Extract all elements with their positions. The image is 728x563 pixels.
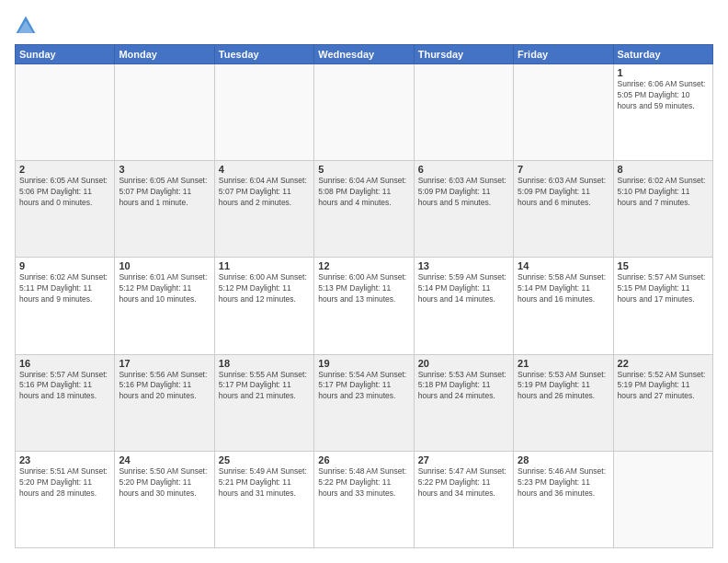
- calendar-cell: 6Sunrise: 6:03 AM Sunset: 5:09 PM Daylig…: [414, 161, 513, 258]
- day-info: Sunrise: 5:52 AM Sunset: 5:19 PM Dayligh…: [618, 370, 709, 403]
- calendar-cell: 15Sunrise: 5:57 AM Sunset: 5:15 PM Dayli…: [613, 258, 712, 354]
- day-number: 3: [119, 164, 210, 175]
- day-info: Sunrise: 6:03 AM Sunset: 5:09 PM Dayligh…: [518, 176, 609, 209]
- day-number: 24: [119, 454, 210, 465]
- calendar-cell: 18Sunrise: 5:55 AM Sunset: 5:17 PM Dayli…: [214, 354, 313, 451]
- weekday-header-thursday: Thursday: [414, 45, 513, 64]
- calendar-body: 1Sunrise: 6:06 AM Sunset: 5:05 PM Daylig…: [16, 64, 713, 548]
- day-info: Sunrise: 5:49 AM Sunset: 5:21 PM Dayligh…: [219, 466, 310, 500]
- calendar-week-row: 9Sunrise: 6:02 AM Sunset: 5:11 PM Daylig…: [16, 258, 713, 354]
- calendar-cell: 4Sunrise: 6:04 AM Sunset: 5:07 PM Daylig…: [214, 161, 313, 258]
- calendar-cell: 9Sunrise: 6:02 AM Sunset: 5:11 PM Daylig…: [16, 258, 115, 354]
- calendar-cell: 10Sunrise: 6:01 AM Sunset: 5:12 PM Dayli…: [115, 258, 214, 354]
- calendar-cell: [314, 64, 414, 161]
- calendar-cell: 21Sunrise: 5:53 AM Sunset: 5:19 PM Dayli…: [514, 354, 613, 451]
- logo: [15, 15, 40, 37]
- weekday-header-wednesday: Wednesday: [314, 45, 414, 64]
- day-number: 23: [19, 454, 110, 465]
- day-info: Sunrise: 6:05 AM Sunset: 5:06 PM Dayligh…: [19, 176, 110, 209]
- calendar-cell: 8Sunrise: 6:02 AM Sunset: 5:10 PM Daylig…: [613, 161, 712, 258]
- day-number: 5: [318, 164, 409, 175]
- calendar-cell: 16Sunrise: 5:57 AM Sunset: 5:16 PM Dayli…: [16, 354, 115, 451]
- day-info: Sunrise: 6:05 AM Sunset: 5:07 PM Dayligh…: [119, 176, 210, 209]
- weekday-header-tuesday: Tuesday: [214, 45, 313, 64]
- calendar-table: SundayMondayTuesdayWednesdayThursdayFrid…: [15, 44, 713, 548]
- calendar-cell: 25Sunrise: 5:49 AM Sunset: 5:21 PM Dayli…: [214, 451, 313, 547]
- day-info: Sunrise: 5:47 AM Sunset: 5:22 PM Dayligh…: [418, 466, 509, 500]
- day-number: 16: [19, 358, 110, 369]
- calendar-cell: [613, 451, 712, 547]
- calendar-cell: 23Sunrise: 5:51 AM Sunset: 5:20 PM Dayli…: [16, 451, 115, 547]
- calendar-cell: 11Sunrise: 6:00 AM Sunset: 5:12 PM Dayli…: [214, 258, 313, 354]
- day-number: 28: [518, 454, 609, 465]
- weekday-header-saturday: Saturday: [613, 45, 712, 64]
- calendar-cell: 20Sunrise: 5:53 AM Sunset: 5:18 PM Dayli…: [414, 354, 513, 451]
- calendar-cell: 27Sunrise: 5:47 AM Sunset: 5:22 PM Dayli…: [414, 451, 513, 547]
- calendar-cell: 3Sunrise: 6:05 AM Sunset: 5:07 PM Daylig…: [115, 161, 214, 258]
- day-number: 22: [618, 358, 709, 369]
- day-info: Sunrise: 5:55 AM Sunset: 5:17 PM Dayligh…: [219, 370, 310, 403]
- day-info: Sunrise: 5:54 AM Sunset: 5:17 PM Dayligh…: [318, 370, 409, 403]
- calendar-cell: 17Sunrise: 5:56 AM Sunset: 5:16 PM Dayli…: [115, 354, 214, 451]
- weekday-header-monday: Monday: [115, 45, 214, 64]
- calendar-cell: 7Sunrise: 6:03 AM Sunset: 5:09 PM Daylig…: [514, 161, 613, 258]
- day-number: 4: [219, 164, 310, 175]
- calendar-cell: 5Sunrise: 6:04 AM Sunset: 5:08 PM Daylig…: [314, 161, 414, 258]
- day-number: 25: [219, 454, 310, 465]
- calendar-cell: [414, 64, 513, 161]
- calendar-cell: 22Sunrise: 5:52 AM Sunset: 5:19 PM Dayli…: [613, 354, 712, 451]
- day-info: Sunrise: 5:50 AM Sunset: 5:20 PM Dayligh…: [119, 466, 210, 500]
- day-info: Sunrise: 5:58 AM Sunset: 5:14 PM Dayligh…: [518, 272, 609, 305]
- day-info: Sunrise: 6:00 AM Sunset: 5:12 PM Dayligh…: [219, 272, 310, 305]
- day-info: Sunrise: 6:03 AM Sunset: 5:09 PM Dayligh…: [418, 176, 509, 209]
- day-info: Sunrise: 5:53 AM Sunset: 5:19 PM Dayligh…: [518, 370, 609, 403]
- calendar-cell: 1Sunrise: 6:06 AM Sunset: 5:05 PM Daylig…: [613, 64, 712, 161]
- calendar-cell: 13Sunrise: 5:59 AM Sunset: 5:14 PM Dayli…: [414, 258, 513, 354]
- day-info: Sunrise: 6:02 AM Sunset: 5:10 PM Dayligh…: [618, 176, 709, 209]
- day-info: Sunrise: 6:04 AM Sunset: 5:08 PM Dayligh…: [318, 176, 409, 209]
- day-number: 11: [219, 260, 310, 271]
- day-info: Sunrise: 5:57 AM Sunset: 5:15 PM Dayligh…: [618, 272, 709, 305]
- header: [15, 15, 713, 37]
- day-number: 18: [219, 358, 310, 369]
- day-info: Sunrise: 6:02 AM Sunset: 5:11 PM Dayligh…: [19, 272, 110, 305]
- calendar-cell: 24Sunrise: 5:50 AM Sunset: 5:20 PM Dayli…: [115, 451, 214, 547]
- calendar-cell: 26Sunrise: 5:48 AM Sunset: 5:22 PM Dayli…: [314, 451, 414, 547]
- day-number: 21: [518, 358, 609, 369]
- day-number: 27: [418, 454, 509, 465]
- calendar-cell: 14Sunrise: 5:58 AM Sunset: 5:14 PM Dayli…: [514, 258, 613, 354]
- day-info: Sunrise: 5:48 AM Sunset: 5:22 PM Dayligh…: [318, 466, 409, 500]
- day-info: Sunrise: 6:04 AM Sunset: 5:07 PM Dayligh…: [219, 176, 310, 209]
- day-info: Sunrise: 5:51 AM Sunset: 5:20 PM Dayligh…: [19, 466, 110, 500]
- calendar-week-row: 16Sunrise: 5:57 AM Sunset: 5:16 PM Dayli…: [16, 354, 713, 451]
- day-info: Sunrise: 5:57 AM Sunset: 5:16 PM Dayligh…: [19, 370, 110, 403]
- calendar-week-row: 2Sunrise: 6:05 AM Sunset: 5:06 PM Daylig…: [16, 161, 713, 258]
- day-info: Sunrise: 5:46 AM Sunset: 5:23 PM Dayligh…: [518, 466, 609, 500]
- logo-icon: [15, 15, 37, 37]
- day-number: 15: [618, 260, 709, 271]
- day-number: 12: [318, 260, 409, 271]
- day-info: Sunrise: 6:01 AM Sunset: 5:12 PM Dayligh…: [119, 272, 210, 305]
- calendar-cell: [514, 64, 613, 161]
- calendar-cell: 12Sunrise: 6:00 AM Sunset: 5:13 PM Dayli…: [314, 258, 414, 354]
- day-number: 13: [418, 260, 509, 271]
- day-info: Sunrise: 5:59 AM Sunset: 5:14 PM Dayligh…: [418, 272, 509, 305]
- calendar-cell: [16, 64, 115, 161]
- calendar-cell: 28Sunrise: 5:46 AM Sunset: 5:23 PM Dayli…: [514, 451, 613, 547]
- calendar-cell: [214, 64, 313, 161]
- calendar-cell: [115, 64, 214, 161]
- day-info: Sunrise: 6:06 AM Sunset: 5:05 PM Dayligh…: [618, 79, 709, 112]
- day-number: 1: [618, 67, 709, 78]
- page: SundayMondayTuesdayWednesdayThursdayFrid…: [0, 0, 728, 563]
- calendar-header: SundayMondayTuesdayWednesdayThursdayFrid…: [16, 45, 713, 64]
- day-number: 9: [19, 260, 110, 271]
- calendar-cell: 2Sunrise: 6:05 AM Sunset: 5:06 PM Daylig…: [16, 161, 115, 258]
- calendar-cell: 19Sunrise: 5:54 AM Sunset: 5:17 PM Dayli…: [314, 354, 414, 451]
- day-info: Sunrise: 6:00 AM Sunset: 5:13 PM Dayligh…: [318, 272, 409, 305]
- day-number: 20: [418, 358, 509, 369]
- day-number: 6: [418, 164, 509, 175]
- calendar-week-row: 23Sunrise: 5:51 AM Sunset: 5:20 PM Dayli…: [16, 451, 713, 547]
- day-number: 10: [119, 260, 210, 271]
- day-number: 8: [618, 164, 709, 175]
- weekday-header-sunday: Sunday: [16, 45, 115, 64]
